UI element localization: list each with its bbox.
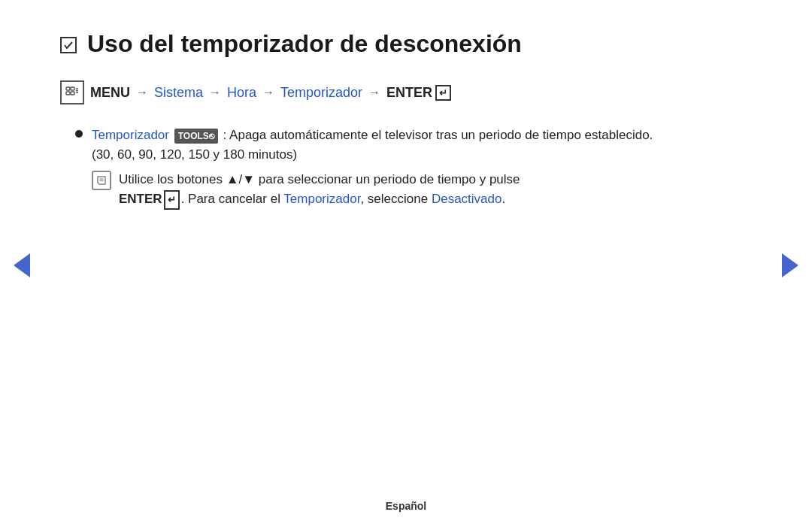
note-section: Utilice los botones ▲/▼ para seleccionar… <box>92 170 677 210</box>
menu-sistema: Sistema <box>154 85 203 101</box>
note-text: Utilice los botones ▲/▼ para seleccionar… <box>119 170 520 210</box>
svg-rect-2 <box>66 92 70 95</box>
footer-language: Español <box>386 500 426 512</box>
bullet-text: Temporizador TOOLS⎋ : Apaga automáticame… <box>92 126 677 164</box>
nav-arrow-right[interactable] <box>782 253 798 277</box>
temporizador-link-1: Temporizador <box>92 128 169 142</box>
enter-label: ENTER↵ <box>119 192 181 206</box>
bullet-section: Temporizador TOOLS⎋ : Apaga automáticame… <box>75 126 677 210</box>
note-end: . <box>501 192 505 206</box>
menu-hora: Hora <box>227 85 256 101</box>
svg-rect-0 <box>66 87 70 90</box>
note-instruction: Utilice los botones ▲/▼ para seleccionar… <box>119 172 520 186</box>
menu-temporizador: Temporizador <box>280 85 362 101</box>
bullet-dot <box>75 130 83 138</box>
menu-icon <box>60 80 84 104</box>
enter-badge: ENTER↵ <box>386 85 451 101</box>
desactivado-link: Desactivado <box>432 192 502 206</box>
temporizador-link-2: Temporizador <box>283 192 360 206</box>
note-instruction3: , seleccione <box>360 192 432 206</box>
page-title: Uso del temporizador de desconexión <box>87 30 522 58</box>
note-icon <box>92 171 111 190</box>
note-instruction2: . Para cancelar el <box>181 192 284 206</box>
page-title-container: Uso del temporizador de desconexión <box>60 30 677 58</box>
arrow-3: → <box>262 86 274 99</box>
tools-badge: TOOLS⎋ <box>174 129 218 144</box>
nav-arrow-left[interactable] <box>14 253 30 277</box>
arrow-2: → <box>209 86 221 99</box>
menu-label: MENU <box>90 85 130 101</box>
checkbox-icon <box>60 37 77 53</box>
svg-rect-3 <box>71 92 74 95</box>
svg-rect-1 <box>71 87 74 90</box>
arrow-4: → <box>368 86 380 99</box>
arrow-1: → <box>136 86 148 99</box>
menu-path: MENU → Sistema → Hora → Temporizador → E… <box>60 80 677 104</box>
bullet-item: Temporizador TOOLS⎋ : Apaga automáticame… <box>75 126 677 164</box>
